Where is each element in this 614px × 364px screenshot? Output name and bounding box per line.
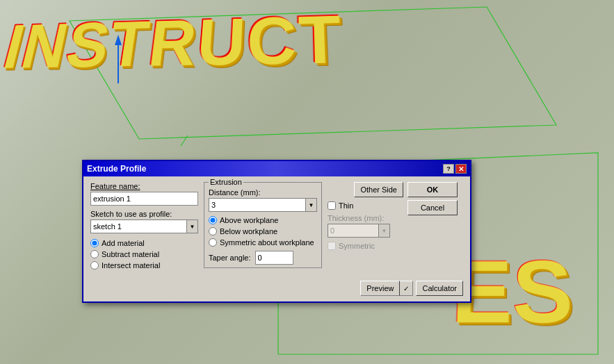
svg-line-2 [181, 135, 188, 146]
thin-label: Thin [339, 201, 353, 210]
distance-row: 3 ▼ [209, 198, 317, 212]
left-column: Feature name: Sketch to use as profile: … [90, 182, 198, 272]
workplane-radio-group: Above workplane Below workplane Symmetri… [209, 216, 317, 247]
help-button[interactable]: ? [443, 164, 454, 174]
thickness-select: 0 ▼ [328, 224, 390, 238]
bottom-row: Preview ✓ Calculator [83, 278, 470, 301]
sketch-select-value: sketch 1 [91, 222, 186, 231]
titlebar-buttons: ? ✕ [443, 164, 467, 174]
right-column: Other Side Thin Thickness (mm): 0 ▼ [328, 182, 463, 272]
other-side-button[interactable]: Other Side [354, 182, 403, 197]
action-buttons: OK Cancel [407, 182, 463, 250]
radio-symmetric-input[interactable] [209, 238, 217, 247]
ok-button[interactable]: OK [407, 182, 458, 197]
middle-column: Extrusion Distance (mm): 3 ▼ Above workp… [204, 182, 322, 272]
dialog-title: Extrude Profile [87, 164, 146, 174]
thin-checkbox[interactable] [328, 201, 336, 210]
distance-arrow[interactable]: ▼ [305, 199, 316, 211]
close-button[interactable]: ✕ [455, 164, 467, 174]
cancel-button[interactable]: Cancel [407, 200, 458, 215]
preview-btn-group: Preview ✓ [360, 281, 413, 296]
radio-intersect-input[interactable] [90, 261, 99, 270]
feature-name-input[interactable] [90, 192, 198, 206]
sketch-profile-group: Sketch to use as profile: sketch 1 ▼ [90, 210, 198, 233]
radio-above-label: Above workplane [220, 216, 278, 224]
radio-below-label: Below workplane [220, 227, 277, 235]
thin-row: Thin [328, 201, 403, 210]
thin-group: Other Side Thin Thickness (mm): 0 ▼ [328, 182, 403, 250]
radio-intersect-label: Intersect material [102, 261, 160, 270]
radio-intersect-material: Intersect material [90, 261, 198, 270]
distance-select[interactable]: 3 ▼ [209, 198, 317, 212]
radio-subtract-input[interactable] [90, 250, 99, 258]
radio-symmetric-label: Symmetric about workplane [220, 238, 314, 247]
symmetric-checkbox [328, 242, 336, 250]
feature-name-group: Feature name: [90, 182, 198, 206]
dialog-body: Feature name: Sketch to use as profile: … [83, 176, 470, 278]
preview-check-toggle[interactable]: ✓ [399, 281, 413, 296]
thickness-label: Thickness (mm): [328, 214, 403, 222]
taper-label: Taper angle: [209, 254, 251, 262]
dialog-titlebar: Extrude Profile ? ✕ [83, 161, 470, 176]
radio-add-label: Add material [102, 239, 145, 247]
calculator-button[interactable]: Calculator [416, 281, 463, 296]
thickness-arrow: ▼ [378, 224, 389, 237]
distance-label: Distance (mm): [209, 188, 317, 197]
symmetric-row: Symmetric [328, 242, 403, 250]
thickness-value: 0 [328, 226, 378, 235]
radio-symmetric: Symmetric about workplane [209, 238, 317, 247]
sketch-select-arrow[interactable]: ▼ [186, 220, 197, 233]
right-content: Other Side Thin Thickness (mm): 0 ▼ [328, 182, 463, 250]
radio-subtract-label: Subtract material [102, 250, 159, 258]
radio-above: Above workplane [209, 216, 317, 224]
taper-row: Taper angle: [209, 251, 317, 265]
material-radio-group: Add material Subtract material Intersect… [90, 239, 198, 270]
sketch-label: Sketch to use as profile: [90, 210, 198, 218]
radio-add-input[interactable] [90, 239, 99, 247]
extrude-profile-dialog: Extrude Profile ? ✕ Feature name: Sketch… [82, 160, 471, 303]
radio-add-material: Add material [90, 239, 198, 247]
thickness-group: Thickness (mm): 0 ▼ [328, 214, 403, 238]
radio-subtract-material: Subtract material [90, 250, 198, 258]
sketch-select[interactable]: sketch 1 ▼ [90, 220, 198, 233]
preview-button[interactable]: Preview [360, 281, 399, 296]
taper-input[interactable] [255, 251, 293, 265]
other-side-row: Other Side [328, 182, 403, 197]
radio-below: Below workplane [209, 227, 317, 235]
extrusion-section: Extrusion Distance (mm): 3 ▼ Above workp… [204, 182, 322, 268]
scene-text-main: INSTRUCT [0, 0, 614, 83]
radio-below-input[interactable] [209, 227, 217, 235]
feature-name-label: Feature name: [90, 182, 198, 190]
radio-above-input[interactable] [209, 216, 217, 224]
distance-value: 3 [209, 200, 305, 210]
extrusion-section-label: Extrusion [209, 178, 243, 186]
symmetric-label: Symmetric [339, 242, 375, 250]
